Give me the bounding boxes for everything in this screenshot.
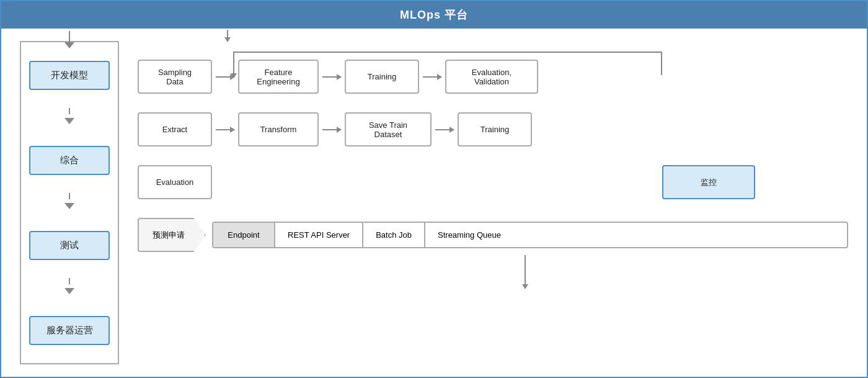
ceshi-box[interactable]: 测试	[29, 231, 110, 260]
batchjob-box[interactable]: Batch Job	[363, 223, 425, 247]
training1-box[interactable]: Training	[345, 60, 419, 94]
pipeline-row1: SamplingData FeatureEngineering Training	[138, 60, 848, 94]
left-item-kaifa: 开发模型	[27, 61, 112, 90]
svg-marker-1	[224, 37, 231, 42]
sampling-box[interactable]: SamplingData	[138, 60, 212, 94]
arrow3	[423, 76, 441, 78]
streamq-box[interactable]: Streaming Queue	[425, 223, 513, 247]
page-header: MLOps 平台	[1, 1, 867, 29]
extract-box[interactable]: Extract	[138, 112, 212, 146]
transform-box[interactable]: Transform	[238, 112, 319, 146]
right-area: SamplingData FeatureEngineering Training	[138, 41, 848, 364]
restapi-box[interactable]: REST API Server	[275, 223, 363, 247]
arrow4	[216, 129, 234, 130]
arrow1	[216, 76, 234, 78]
deployment-group: Endpoint REST API Server Batch Job Strea…	[212, 222, 848, 248]
endpoint-box[interactable]: Endpoint	[213, 223, 275, 247]
jiankon-box[interactable]: 监控	[662, 165, 755, 199]
app-container: MLOps 平台 开发模型 综合	[0, 0, 868, 378]
evaluation-box[interactable]: Evaluation,Validation	[445, 60, 538, 94]
left-item-zonghe: 综合	[27, 146, 112, 175]
left-item-ceshi: 测试	[27, 231, 112, 260]
left-column: 开发模型 综合 测试	[20, 41, 119, 364]
pipeline-row4: 预测申请 Endpoint REST API Server Batch Job …	[138, 218, 848, 252]
arrow6	[435, 129, 454, 130]
eval-alone-box[interactable]: Evaluation	[138, 165, 212, 199]
feature-box[interactable]: FeatureEngineering	[238, 60, 319, 94]
kaifa-box[interactable]: 开发模型	[29, 61, 110, 90]
yuce-label: 预测申请	[153, 230, 185, 241]
savetrain-box[interactable]: Save TrainDataset	[345, 112, 432, 146]
main-content: 开发模型 综合 测试	[1, 29, 867, 377]
header-title: MLOps 平台	[400, 9, 468, 21]
arrow5	[322, 129, 341, 130]
fuwuqi-box[interactable]: 服务器运营	[29, 316, 110, 345]
left-item-fuwuqi: 服务器运营	[27, 316, 112, 345]
pipeline-row2: Extract Transform Save TrainDataset	[138, 112, 848, 146]
svg-marker-4	[522, 284, 528, 289]
yuce-pentagon[interactable]: 预测申请	[138, 218, 206, 252]
pipeline-row3: Evaluation 监控	[138, 165, 848, 199]
arrow2	[322, 76, 341, 78]
zonghe-box[interactable]: 综合	[29, 146, 110, 175]
training2-box[interactable]: Training	[458, 112, 532, 146]
